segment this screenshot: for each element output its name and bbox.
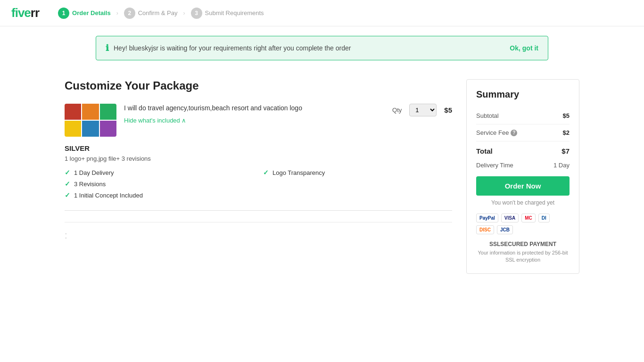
- total-label: Total: [476, 147, 493, 155]
- summary-panel: Summary Subtotal $5 Service Fee ? $2 Tot…: [466, 79, 579, 274]
- tier-label: SILVER: [65, 144, 452, 152]
- total-value: $7: [561, 147, 570, 155]
- check-icon-2: ✓: [263, 169, 269, 176]
- delivery-label: Delivery Time: [476, 162, 513, 169]
- check-icon-1: ✓: [65, 169, 70, 176]
- total-row: Total $7: [476, 141, 570, 157]
- tier-includes: 1 logo+ png,jpg file+ 3 revisions: [65, 155, 452, 162]
- step-3-label: Submit Requirements: [205, 9, 264, 16]
- subtotal-label: Subtotal: [476, 112, 499, 119]
- no-charge-text: You won't be charged yet: [476, 199, 570, 206]
- img-3: [100, 104, 116, 120]
- feature-4-label: 1 Initial Concept Included: [74, 192, 143, 199]
- info-banner: ℹ Hey! blueskyjsr is waiting for your re…: [96, 36, 548, 60]
- order-now-button[interactable]: Order Now: [476, 176, 570, 196]
- main-content: Customize Your Package I will do travel …: [53, 70, 591, 283]
- img-5: [82, 121, 99, 137]
- paypal-icon: PayPal: [476, 214, 498, 222]
- feature-transparency: ✓ Logo Transparency: [263, 169, 452, 176]
- delivery-value: 1 Day: [553, 162, 570, 169]
- package-price: $5: [444, 106, 452, 114]
- step-3-number: 3: [195, 10, 198, 16]
- qty-label: Qty: [392, 107, 402, 114]
- img-1: [65, 104, 81, 120]
- mastercard-icon: MC: [521, 214, 536, 222]
- step-3-circle: 3: [191, 8, 202, 19]
- banner-cta[interactable]: Ok, got it: [510, 44, 538, 52]
- subtotal-row: Subtotal $5: [476, 107, 570, 124]
- service-fee-value: $2: [563, 129, 570, 136]
- extra-content: :: [65, 230, 67, 240]
- img-4: [65, 121, 81, 137]
- payment-icons: PayPal VISA MC DI DISC JCB: [476, 214, 570, 234]
- ssl-section: SSLSECURED PAYMENT Your information is p…: [476, 241, 570, 264]
- subtotal-value: $5: [563, 112, 570, 119]
- steps-nav: 1 Order Details › 2 Confirm & Pay › 3 Su…: [58, 8, 264, 19]
- info-icon: ℹ: [106, 43, 109, 53]
- service-fee-label: Service Fee: [476, 129, 509, 136]
- service-fee-label-wrap: Service Fee ?: [476, 129, 517, 136]
- qty-select[interactable]: 1 2 3: [409, 104, 437, 116]
- qty-price-area: Qty 1 2 3 $5: [392, 104, 452, 116]
- step-1-number: 1: [62, 10, 66, 16]
- package-top: I will do travel agency,tourism,beach re…: [65, 104, 452, 137]
- package-info: I will do travel agency,tourism,beach re…: [124, 104, 385, 124]
- package-title: I will do travel agency,tourism,beach re…: [124, 104, 385, 113]
- discover-icon: DISC: [476, 225, 494, 234]
- step-3: 3 Submit Requirements: [191, 8, 264, 19]
- check-icon-4: ✓: [65, 191, 70, 199]
- step-1: 1 Order Details: [58, 8, 111, 19]
- logo: fiverr: [11, 6, 39, 20]
- feature-revisions: ✓ 3 Revisions: [65, 180, 254, 188]
- banner-text: Hey! blueskyjsr is waiting for your requ…: [114, 44, 351, 52]
- feature-3-label: 3 Revisions: [74, 181, 106, 188]
- step-2-circle: 2: [124, 8, 135, 19]
- summary-title: Summary: [476, 89, 570, 100]
- divider: [65, 222, 452, 222]
- img-2: [82, 104, 99, 120]
- delivery-row: Delivery Time 1 Day: [476, 157, 570, 169]
- feature-concept: ✓ 1 Initial Concept Included: [65, 191, 254, 199]
- hide-included-link[interactable]: Hide what's included ∧: [124, 117, 385, 124]
- feature-2-label: Logo Transparency: [272, 169, 325, 176]
- page-title: Customize Your Package: [65, 79, 452, 92]
- feature-1-day: ✓ 1 Day Delivery: [65, 169, 254, 176]
- package-card: I will do travel agency,tourism,beach re…: [65, 104, 452, 211]
- step-1-circle: 1: [58, 8, 69, 19]
- step-1-label: Order Details: [72, 9, 111, 16]
- ssl-subtitle: Your information is protected by 256-bit…: [476, 249, 570, 264]
- ssl-title: SSLSECURED PAYMENT: [476, 241, 570, 247]
- step-arrow-2: ›: [183, 10, 185, 16]
- service-fee-row: Service Fee ? $2: [476, 124, 570, 141]
- jcb-icon: JCB: [497, 225, 513, 234]
- package-images: [65, 104, 116, 137]
- step-arrow-1: ›: [116, 10, 118, 16]
- left-panel: Customize Your Package I will do travel …: [65, 79, 452, 241]
- step-2: 2 Confirm & Pay: [124, 8, 178, 19]
- img-6: [100, 121, 116, 137]
- feature-empty: [263, 180, 452, 188]
- silver-tier: SILVER 1 logo+ png,jpg file+ 3 revisions…: [65, 144, 452, 199]
- header: fiverr 1 Order Details › 2 Confirm & Pay…: [0, 0, 644, 26]
- step-2-number: 2: [128, 10, 131, 16]
- service-fee-info-icon[interactable]: ?: [511, 130, 517, 136]
- step-2-label: Confirm & Pay: [138, 9, 178, 16]
- visa-icon: VISA: [501, 214, 519, 222]
- diners-icon: DI: [538, 214, 550, 222]
- check-icon-3: ✓: [65, 180, 70, 188]
- features-grid: ✓ 1 Day Delivery ✓ Logo Transparency ✓ 3…: [65, 169, 452, 199]
- banner-content: ℹ Hey! blueskyjsr is waiting for your re…: [106, 43, 351, 53]
- feature-1-label: 1 Day Delivery: [74, 169, 114, 176]
